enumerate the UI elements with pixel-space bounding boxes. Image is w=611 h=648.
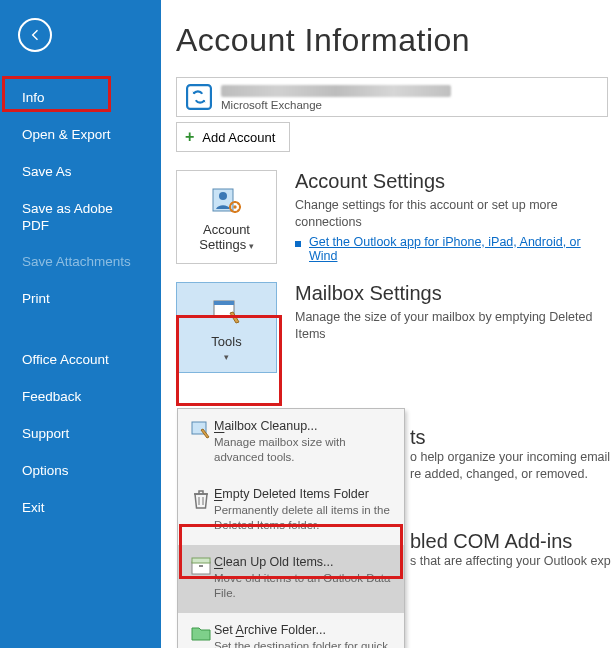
sidebar-item-office-account[interactable]: Office Account — [0, 342, 161, 379]
sidebar-item-exit[interactable]: Exit — [0, 490, 161, 527]
menu-empty-deleted[interactable]: Empty Deleted Items Folder Permanently d… — [178, 477, 404, 545]
sidebar-item-open-export[interactable]: Open & Export — [0, 117, 161, 154]
folder-icon — [188, 623, 214, 648]
page-title: Account Information — [176, 22, 611, 59]
menu-item-title: Empty Deleted Items Folder — [214, 487, 394, 501]
arrow-left-icon — [27, 27, 43, 43]
account-email — [221, 85, 451, 97]
tools-button[interactable]: Tools ▾ — [176, 282, 277, 373]
sidebar-item-save-as[interactable]: Save As — [0, 154, 161, 191]
get-outlook-app-link[interactable]: Get the Outlook app for iPhone, iPad, An… — [309, 235, 611, 263]
bullet-icon — [295, 241, 301, 247]
backstage-sidebar: Info Open & Export Save As Save as Adobe… — [0, 0, 161, 648]
svg-point-4 — [233, 205, 236, 208]
exchange-logo-icon — [185, 83, 213, 111]
account-type-label: Microsoft Exchange — [221, 99, 451, 111]
trash-icon — [188, 487, 214, 533]
menu-item-desc: Permanently delete all items in the Dele… — [214, 503, 394, 533]
com-addins-section-partial: bled COM Add-ins s that are affecting yo… — [410, 530, 611, 570]
svg-rect-8 — [192, 562, 210, 574]
menu-set-archive-folder[interactable]: Set Archive Folder... Set the destinatio… — [178, 613, 404, 648]
tools-icon — [183, 295, 270, 329]
tools-dropdown-menu: Mailbox Cleanup... Manage mailbox size w… — [177, 408, 405, 648]
account-selector[interactable]: Microsoft Exchange — [176, 77, 608, 117]
svg-point-2 — [219, 192, 227, 200]
mailbox-cleanup-icon — [188, 419, 214, 465]
svg-rect-0 — [187, 85, 211, 109]
account-settings-desc: Change settings for this account or set … — [295, 197, 611, 231]
menu-item-desc: Manage mailbox size with advanced tools. — [214, 435, 394, 465]
menu-clean-up-old-items[interactable]: Clean Up Old Items... Move old items to … — [178, 545, 404, 613]
menu-item-title: Mailbox Cleanup... — [214, 419, 394, 433]
plus-icon: + — [185, 128, 194, 146]
sidebar-item-feedback[interactable]: Feedback — [0, 379, 161, 416]
sidebar-item-options[interactable]: Options — [0, 453, 161, 490]
add-account-label: Add Account — [202, 130, 275, 145]
menu-item-title: Clean Up Old Items... — [214, 555, 394, 569]
sidebar-item-save-adobe-pdf[interactable]: Save as Adobe PDF — [0, 191, 161, 245]
menu-item-desc: Set the destination folder for quick arc… — [214, 639, 394, 648]
svg-rect-9 — [192, 558, 210, 563]
mailbox-settings-title: Mailbox Settings — [295, 282, 611, 305]
menu-item-desc: Move old items to an Outlook Data File. — [214, 571, 394, 601]
account-settings-title: Account Settings — [295, 170, 611, 193]
svg-rect-10 — [199, 565, 203, 567]
menu-item-title: Set Archive Folder... — [214, 623, 394, 637]
add-account-button[interactable]: + Add Account — [176, 122, 290, 152]
archive-icon — [188, 555, 214, 601]
menu-mailbox-cleanup[interactable]: Mailbox Cleanup... Manage mailbox size w… — [178, 409, 404, 477]
rules-section-partial: ts o help organize your incoming email m… — [410, 426, 611, 483]
account-settings-button[interactable]: AccountSettings ▾ — [176, 170, 277, 264]
account-settings-icon — [183, 183, 270, 217]
sidebar-item-print[interactable]: Print — [0, 281, 161, 318]
sidebar-item-support[interactable]: Support — [0, 416, 161, 453]
back-button[interactable] — [18, 18, 52, 52]
sidebar-item-info[interactable]: Info — [0, 80, 161, 117]
svg-rect-6 — [214, 301, 234, 305]
mailbox-settings-desc: Manage the size of your mailbox by empty… — [295, 309, 611, 343]
sidebar-item-save-attachments: Save Attachments — [0, 244, 161, 281]
